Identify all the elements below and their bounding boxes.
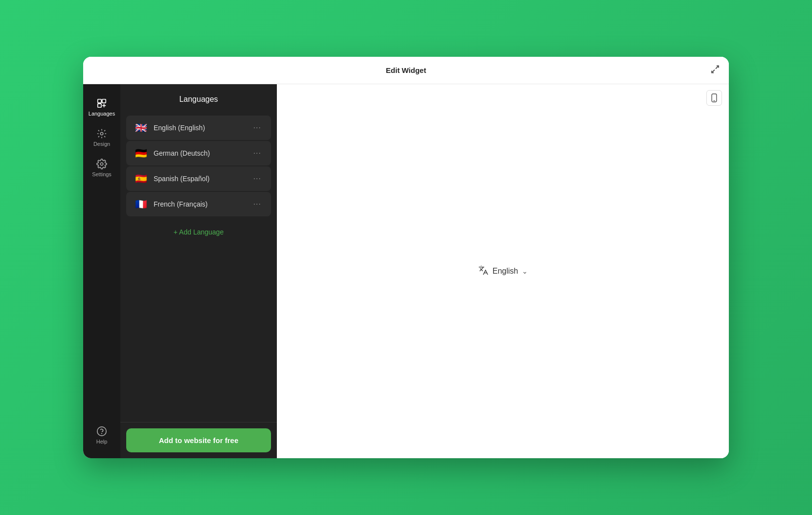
main-content: Languages Design Settings (83, 84, 729, 458)
spanish-name: Spanish (Español) (154, 175, 246, 183)
languages-list: 🇬🇧 English (English) ··· 🇩🇪 German (Deut… (120, 112, 277, 422)
languages-label: Languages (89, 111, 115, 117)
svg-point-5 (100, 132, 103, 135)
english-flag: 🇬🇧 (134, 123, 148, 133)
design-label: Design (93, 141, 110, 147)
app-window: Edit Widget Languages (83, 57, 729, 458)
icon-sidebar: Languages Design Settings (83, 84, 120, 458)
preview-toolbar (706, 90, 722, 106)
svg-point-7 (97, 427, 106, 436)
svg-rect-4 (98, 104, 101, 107)
language-widget[interactable]: English ⌄ (478, 265, 528, 278)
svg-rect-2 (98, 99, 101, 103)
french-flag: 🇫🇷 (134, 199, 148, 209)
preview-content: English ⌄ (277, 84, 729, 458)
mobile-icon (710, 94, 718, 102)
language-widget-text: English (493, 267, 518, 276)
language-item-german[interactable]: 🇩🇪 German (Deutsch) ··· (126, 141, 271, 165)
sidebar-item-languages[interactable]: Languages (83, 92, 120, 122)
panel-sidebar: Languages 🇬🇧 English (English) ··· 🇩🇪 Ge… (120, 84, 277, 458)
settings-label: Settings (92, 171, 112, 177)
german-menu-button[interactable]: ··· (251, 148, 263, 159)
language-item-english[interactable]: 🇬🇧 English (English) ··· (126, 116, 271, 140)
window-title: Edit Widget (386, 66, 426, 74)
german-name: German (Deutsch) (154, 149, 246, 157)
french-name: French (Français) (154, 200, 246, 208)
english-name: English (English) (154, 124, 246, 132)
english-menu-button[interactable]: ··· (251, 122, 263, 133)
mobile-preview-button[interactable] (706, 90, 722, 106)
help-icon (96, 426, 107, 437)
preview-area: English ⌄ (277, 84, 729, 458)
chevron-down-icon: ⌄ (522, 267, 528, 275)
sidebar-item-design[interactable]: Design (83, 122, 120, 153)
spanish-flag: 🇪🇸 (134, 174, 148, 184)
german-flag: 🇩🇪 (134, 148, 148, 158)
add-website-button[interactable]: Add to website for free (126, 428, 271, 452)
help-label: Help (96, 439, 108, 445)
expand-button[interactable] (710, 64, 720, 76)
sidebar-item-help[interactable]: Help (83, 420, 120, 450)
french-menu-button[interactable]: ··· (251, 199, 263, 210)
add-language-button[interactable]: + Add Language (132, 221, 265, 243)
title-bar: Edit Widget (83, 57, 729, 84)
svg-rect-3 (102, 99, 106, 103)
languages-icon (96, 98, 107, 109)
language-item-french[interactable]: 🇫🇷 French (Français) ··· (126, 192, 271, 216)
spanish-menu-button[interactable]: ··· (251, 173, 263, 184)
svg-point-6 (100, 163, 103, 165)
translate-icon (478, 265, 489, 278)
sidebar-item-settings[interactable]: Settings (83, 153, 120, 183)
panel-footer: Add to website for free (120, 422, 277, 458)
panel-header: Languages (120, 84, 277, 112)
add-language-label: + Add Language (174, 228, 224, 236)
settings-icon (96, 159, 107, 169)
design-icon (96, 128, 107, 139)
language-item-spanish[interactable]: 🇪🇸 Spanish (Español) ··· (126, 166, 271, 191)
